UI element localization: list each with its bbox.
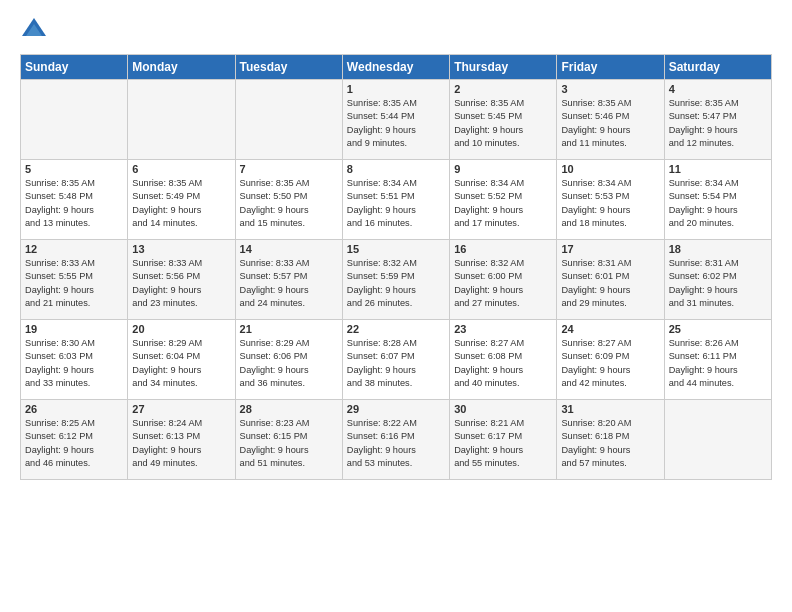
day-number: 9 xyxy=(454,163,552,175)
day-number: 14 xyxy=(240,243,338,255)
day-number: 29 xyxy=(347,403,445,415)
day-cell: 22Sunrise: 8:28 AM Sunset: 6:07 PM Dayli… xyxy=(342,320,449,400)
day-number: 5 xyxy=(25,163,123,175)
day-number: 26 xyxy=(25,403,123,415)
day-number: 27 xyxy=(132,403,230,415)
day-info: Sunrise: 8:29 AM Sunset: 6:04 PM Dayligh… xyxy=(132,337,230,390)
day-number: 20 xyxy=(132,323,230,335)
day-cell: 20Sunrise: 8:29 AM Sunset: 6:04 PM Dayli… xyxy=(128,320,235,400)
header xyxy=(20,16,772,44)
day-info: Sunrise: 8:29 AM Sunset: 6:06 PM Dayligh… xyxy=(240,337,338,390)
day-cell: 21Sunrise: 8:29 AM Sunset: 6:06 PM Dayli… xyxy=(235,320,342,400)
day-cell: 11Sunrise: 8:34 AM Sunset: 5:54 PM Dayli… xyxy=(664,160,771,240)
weekday-header-thursday: Thursday xyxy=(450,55,557,80)
day-info: Sunrise: 8:34 AM Sunset: 5:53 PM Dayligh… xyxy=(561,177,659,230)
weekday-header-saturday: Saturday xyxy=(664,55,771,80)
day-info: Sunrise: 8:35 AM Sunset: 5:49 PM Dayligh… xyxy=(132,177,230,230)
day-info: Sunrise: 8:34 AM Sunset: 5:54 PM Dayligh… xyxy=(669,177,767,230)
day-number: 28 xyxy=(240,403,338,415)
day-number: 31 xyxy=(561,403,659,415)
day-number: 30 xyxy=(454,403,552,415)
day-cell: 26Sunrise: 8:25 AM Sunset: 6:12 PM Dayli… xyxy=(21,400,128,480)
day-cell: 5Sunrise: 8:35 AM Sunset: 5:48 PM Daylig… xyxy=(21,160,128,240)
day-cell: 25Sunrise: 8:26 AM Sunset: 6:11 PM Dayli… xyxy=(664,320,771,400)
day-cell: 4Sunrise: 8:35 AM Sunset: 5:47 PM Daylig… xyxy=(664,80,771,160)
day-info: Sunrise: 8:23 AM Sunset: 6:15 PM Dayligh… xyxy=(240,417,338,470)
day-cell: 30Sunrise: 8:21 AM Sunset: 6:17 PM Dayli… xyxy=(450,400,557,480)
day-cell xyxy=(664,400,771,480)
day-number: 25 xyxy=(669,323,767,335)
day-cell: 2Sunrise: 8:35 AM Sunset: 5:45 PM Daylig… xyxy=(450,80,557,160)
day-info: Sunrise: 8:21 AM Sunset: 6:17 PM Dayligh… xyxy=(454,417,552,470)
day-cell xyxy=(128,80,235,160)
day-number: 23 xyxy=(454,323,552,335)
day-number: 22 xyxy=(347,323,445,335)
weekday-header-tuesday: Tuesday xyxy=(235,55,342,80)
day-info: Sunrise: 8:33 AM Sunset: 5:55 PM Dayligh… xyxy=(25,257,123,310)
day-info: Sunrise: 8:25 AM Sunset: 6:12 PM Dayligh… xyxy=(25,417,123,470)
day-info: Sunrise: 8:20 AM Sunset: 6:18 PM Dayligh… xyxy=(561,417,659,470)
day-info: Sunrise: 8:28 AM Sunset: 6:07 PM Dayligh… xyxy=(347,337,445,390)
day-cell xyxy=(235,80,342,160)
day-cell: 24Sunrise: 8:27 AM Sunset: 6:09 PM Dayli… xyxy=(557,320,664,400)
day-info: Sunrise: 8:35 AM Sunset: 5:47 PM Dayligh… xyxy=(669,97,767,150)
day-cell: 6Sunrise: 8:35 AM Sunset: 5:49 PM Daylig… xyxy=(128,160,235,240)
day-info: Sunrise: 8:31 AM Sunset: 6:01 PM Dayligh… xyxy=(561,257,659,310)
day-info: Sunrise: 8:32 AM Sunset: 5:59 PM Dayligh… xyxy=(347,257,445,310)
day-info: Sunrise: 8:34 AM Sunset: 5:51 PM Dayligh… xyxy=(347,177,445,230)
day-number: 19 xyxy=(25,323,123,335)
day-number: 10 xyxy=(561,163,659,175)
day-cell: 31Sunrise: 8:20 AM Sunset: 6:18 PM Dayli… xyxy=(557,400,664,480)
day-number: 16 xyxy=(454,243,552,255)
week-row-5: 26Sunrise: 8:25 AM Sunset: 6:12 PM Dayli… xyxy=(21,400,772,480)
day-info: Sunrise: 8:22 AM Sunset: 6:16 PM Dayligh… xyxy=(347,417,445,470)
week-row-2: 5Sunrise: 8:35 AM Sunset: 5:48 PM Daylig… xyxy=(21,160,772,240)
day-number: 8 xyxy=(347,163,445,175)
day-info: Sunrise: 8:33 AM Sunset: 5:56 PM Dayligh… xyxy=(132,257,230,310)
day-number: 3 xyxy=(561,83,659,95)
day-info: Sunrise: 8:34 AM Sunset: 5:52 PM Dayligh… xyxy=(454,177,552,230)
day-cell: 27Sunrise: 8:24 AM Sunset: 6:13 PM Dayli… xyxy=(128,400,235,480)
day-cell: 29Sunrise: 8:22 AM Sunset: 6:16 PM Dayli… xyxy=(342,400,449,480)
day-cell: 10Sunrise: 8:34 AM Sunset: 5:53 PM Dayli… xyxy=(557,160,664,240)
day-cell: 28Sunrise: 8:23 AM Sunset: 6:15 PM Dayli… xyxy=(235,400,342,480)
day-cell: 3Sunrise: 8:35 AM Sunset: 5:46 PM Daylig… xyxy=(557,80,664,160)
day-cell: 19Sunrise: 8:30 AM Sunset: 6:03 PM Dayli… xyxy=(21,320,128,400)
weekday-header-friday: Friday xyxy=(557,55,664,80)
day-info: Sunrise: 8:35 AM Sunset: 5:45 PM Dayligh… xyxy=(454,97,552,150)
weekday-header-sunday: Sunday xyxy=(21,55,128,80)
logo-icon xyxy=(20,16,48,44)
day-cell: 18Sunrise: 8:31 AM Sunset: 6:02 PM Dayli… xyxy=(664,240,771,320)
calendar: SundayMondayTuesdayWednesdayThursdayFrid… xyxy=(20,54,772,480)
day-number: 21 xyxy=(240,323,338,335)
day-cell: 12Sunrise: 8:33 AM Sunset: 5:55 PM Dayli… xyxy=(21,240,128,320)
day-cell: 7Sunrise: 8:35 AM Sunset: 5:50 PM Daylig… xyxy=(235,160,342,240)
day-info: Sunrise: 8:31 AM Sunset: 6:02 PM Dayligh… xyxy=(669,257,767,310)
day-cell: 14Sunrise: 8:33 AM Sunset: 5:57 PM Dayli… xyxy=(235,240,342,320)
day-info: Sunrise: 8:32 AM Sunset: 6:00 PM Dayligh… xyxy=(454,257,552,310)
day-cell: 16Sunrise: 8:32 AM Sunset: 6:00 PM Dayli… xyxy=(450,240,557,320)
day-number: 24 xyxy=(561,323,659,335)
day-info: Sunrise: 8:35 AM Sunset: 5:46 PM Dayligh… xyxy=(561,97,659,150)
weekday-header-monday: Monday xyxy=(128,55,235,80)
day-number: 13 xyxy=(132,243,230,255)
day-info: Sunrise: 8:24 AM Sunset: 6:13 PM Dayligh… xyxy=(132,417,230,470)
day-cell: 17Sunrise: 8:31 AM Sunset: 6:01 PM Dayli… xyxy=(557,240,664,320)
day-info: Sunrise: 8:27 AM Sunset: 6:09 PM Dayligh… xyxy=(561,337,659,390)
day-cell: 23Sunrise: 8:27 AM Sunset: 6:08 PM Dayli… xyxy=(450,320,557,400)
day-cell: 13Sunrise: 8:33 AM Sunset: 5:56 PM Dayli… xyxy=(128,240,235,320)
day-info: Sunrise: 8:27 AM Sunset: 6:08 PM Dayligh… xyxy=(454,337,552,390)
day-info: Sunrise: 8:35 AM Sunset: 5:44 PM Dayligh… xyxy=(347,97,445,150)
week-row-4: 19Sunrise: 8:30 AM Sunset: 6:03 PM Dayli… xyxy=(21,320,772,400)
day-number: 17 xyxy=(561,243,659,255)
day-cell: 9Sunrise: 8:34 AM Sunset: 5:52 PM Daylig… xyxy=(450,160,557,240)
day-info: Sunrise: 8:35 AM Sunset: 5:48 PM Dayligh… xyxy=(25,177,123,230)
weekday-header-wednesday: Wednesday xyxy=(342,55,449,80)
day-number: 6 xyxy=(132,163,230,175)
day-number: 4 xyxy=(669,83,767,95)
day-number: 15 xyxy=(347,243,445,255)
day-info: Sunrise: 8:26 AM Sunset: 6:11 PM Dayligh… xyxy=(669,337,767,390)
week-row-3: 12Sunrise: 8:33 AM Sunset: 5:55 PM Dayli… xyxy=(21,240,772,320)
day-info: Sunrise: 8:30 AM Sunset: 6:03 PM Dayligh… xyxy=(25,337,123,390)
day-number: 12 xyxy=(25,243,123,255)
